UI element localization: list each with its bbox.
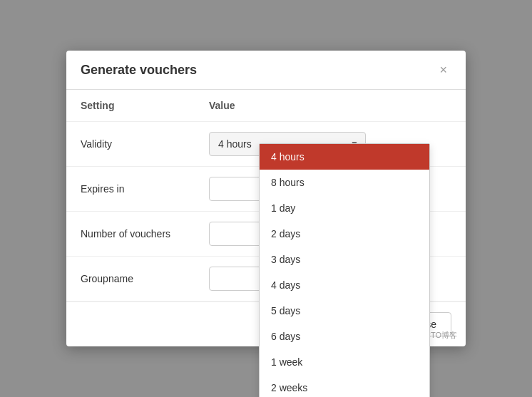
modal-title: Generate vouchers xyxy=(81,63,197,78)
dropdown-item-3days[interactable]: 3 days xyxy=(260,247,429,272)
dropdown-item-2days[interactable]: 2 days xyxy=(260,221,429,247)
dropdown-item-2weeks[interactable]: 2 weeks xyxy=(260,375,429,397)
expires-label: Expires in xyxy=(66,167,209,212)
groupname-label: Groupname xyxy=(66,257,209,301)
modal-header: Generate vouchers × xyxy=(66,51,466,90)
validity-label: Validity xyxy=(66,122,209,167)
dropdown-menu: 4 hours 8 hours 1 day 2 days 3 days 4 da… xyxy=(259,143,430,397)
dropdown-item-5days[interactable]: 5 days xyxy=(260,298,429,324)
modal: Generate vouchers × Setting Value Validi… xyxy=(66,51,466,346)
dropdown-item-6days[interactable]: 6 days xyxy=(260,324,429,349)
col-value: Value xyxy=(209,90,466,122)
dropdown-item-4hours[interactable]: 4 hours xyxy=(260,144,429,170)
modal-close-button[interactable]: × xyxy=(435,62,451,78)
modal-overlay: Generate vouchers × Setting Value Validi… xyxy=(0,0,532,397)
num-vouchers-label: Number of vouchers xyxy=(66,212,209,257)
dropdown-item-4days[interactable]: 4 days xyxy=(260,272,429,298)
dropdown-item-1week[interactable]: 1 week xyxy=(260,349,429,375)
dropdown-item-1day[interactable]: 1 day xyxy=(260,195,429,221)
col-setting: Setting xyxy=(66,90,209,122)
dropdown-item-8hours[interactable]: 8 hours xyxy=(260,170,429,195)
